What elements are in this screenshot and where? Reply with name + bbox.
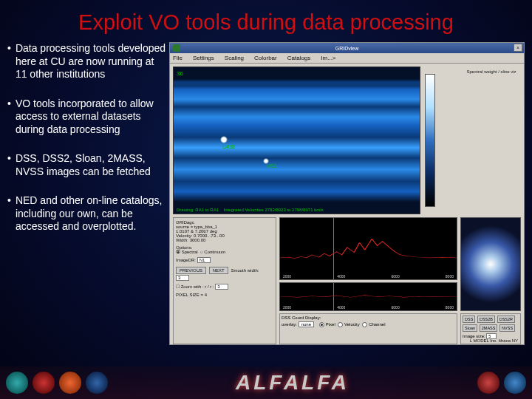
window-titlebar: GRIDview × bbox=[170, 43, 524, 53]
right-caption: Spectral weight / slice viz bbox=[462, 66, 521, 214]
prev-button[interactable]: PREVIOUS bbox=[176, 267, 206, 274]
btn-dss[interactable]: DSS bbox=[463, 316, 475, 323]
bullet-3: DSS, DSS2, Sloan, 2MASS, NVSS images can… bbox=[16, 152, 166, 178]
overlay-field[interactable]: none bbox=[299, 321, 314, 327]
smooth-field[interactable]: 3 bbox=[176, 275, 189, 281]
menu-catalogs[interactable]: Catalogs bbox=[287, 53, 311, 63]
btn-sloan[interactable]: Sloan bbox=[463, 324, 477, 332]
btn-dss2b[interactable]: DSS2B bbox=[477, 316, 495, 323]
imagedr-label: ImageDR: bbox=[176, 258, 196, 262]
spectrum-plot-top[interactable]: 2000 4000 6000 8000 bbox=[279, 217, 457, 280]
dss-thumbnail[interactable] bbox=[460, 217, 521, 311]
overlay-label: overlay: bbox=[282, 322, 297, 327]
spectrum-plot-bottom[interactable]: 2000 4000 6000 8000 bbox=[279, 282, 457, 311]
window-title: GRIDview bbox=[335, 46, 359, 51]
sky-caption-left: Drawing: RA1 to RA1 bbox=[177, 208, 219, 212]
colorbar bbox=[425, 74, 435, 207]
brand-logo: ALFALFA bbox=[236, 371, 349, 395]
badge-icon bbox=[59, 372, 81, 394]
badge-icon bbox=[6, 372, 28, 394]
badge-icon bbox=[86, 372, 108, 394]
corner-num: 36 bbox=[177, 70, 183, 77]
bullet-1: Data processing tools developed here at … bbox=[16, 42, 166, 81]
sky-caption-mid: Integrated Velocities 2782/8923 to 2798/… bbox=[224, 208, 324, 212]
bullet-2: VO tools incorporated to allow access to… bbox=[16, 98, 166, 137]
imagedr-field[interactable]: N1 bbox=[197, 257, 211, 263]
plotctrl-title: DSS Coord Display: bbox=[282, 316, 455, 320]
slide-title: Exploit VO tools during data processing bbox=[0, 0, 532, 42]
radio-channel[interactable] bbox=[362, 322, 367, 327]
source-label-1: U438 bbox=[222, 144, 235, 149]
bullet-list: •Data processing tools developed here at… bbox=[7, 42, 166, 345]
badge-icon bbox=[477, 372, 499, 394]
badge-icon bbox=[33, 372, 55, 394]
opt-spectral[interactable]: Spectral bbox=[182, 250, 198, 254]
btn-nvss[interactable]: NVSS bbox=[499, 324, 515, 332]
smooth-label: Smooth width: bbox=[231, 268, 259, 273]
close-icon[interactable]: × bbox=[514, 44, 522, 52]
bullet-4: NED and other on-line catalogs, includin… bbox=[16, 194, 166, 233]
zoom-field[interactable]: 3 bbox=[215, 284, 228, 290]
info-line5: Width: 3000.00 bbox=[176, 238, 273, 242]
menubar: File Settings Scaling Colorbar Catalogs … bbox=[170, 53, 524, 64]
zoom-label[interactable]: Zoom with : r / r : bbox=[181, 284, 214, 289]
sky-image[interactable]: 36 U438 H52 Drawing: RA1 to RA1 Integrat… bbox=[173, 66, 420, 214]
btn-dss2r[interactable]: DSS2R bbox=[497, 316, 515, 323]
source-label-2: H52 bbox=[267, 163, 276, 168]
btn-2mass[interactable]: 2MASS bbox=[480, 324, 498, 332]
menu-scaling[interactable]: Scaling bbox=[225, 53, 244, 63]
app-icon bbox=[173, 44, 180, 52]
badge-icon bbox=[504, 372, 526, 394]
menu-file[interactable]: File bbox=[173, 53, 183, 63]
plot-controls: DSS Coord Display: overlay: none Pixel V… bbox=[279, 313, 457, 344]
app-screenshot: GRIDview × File Settings Scaling Colorba… bbox=[169, 42, 525, 345]
radio-velocity[interactable] bbox=[338, 322, 343, 327]
menu-colorbar[interactable]: Colorbar bbox=[254, 53, 277, 63]
radio-pixel[interactable] bbox=[319, 322, 324, 327]
info-panel: GRIDagc source = typa_bba_1 1.0107 & 7.2… bbox=[173, 217, 276, 344]
status-line: PIXEL SIZE = 4 bbox=[176, 293, 273, 297]
credit-line: L MODEL Inc. Ithaca NY bbox=[470, 338, 518, 343]
footer: ALFALFA bbox=[0, 366, 532, 399]
next-button[interactable]: NEXT bbox=[209, 267, 228, 274]
menu-settings[interactable]: Settings bbox=[193, 53, 214, 63]
opt-continuum[interactable]: Continuum bbox=[204, 250, 225, 254]
menu-im[interactable]: Im...> bbox=[321, 53, 335, 63]
